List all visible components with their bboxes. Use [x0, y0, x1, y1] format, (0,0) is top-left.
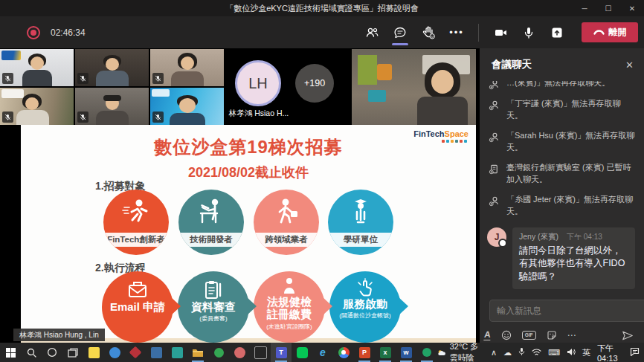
share-icon	[550, 25, 564, 40]
video-tile-participant-5[interactable]	[75, 88, 149, 125]
toolbar-buttons: •••	[358, 19, 644, 47]
headphones	[103, 95, 121, 101]
chat-close-icon[interactable]: ✕	[625, 59, 634, 71]
camera-icon	[493, 25, 509, 40]
system-message-text: 臺灣銀行創新實驗室 (來賓) 已暫時加入聊天。	[506, 162, 635, 186]
taskbar-app-pink[interactable]	[229, 343, 250, 362]
chat-user-message: J Jeny (來賓) 下午 04:13 請問今日除了台網以外，有其他夥伴也有導…	[480, 222, 644, 294]
format-icon[interactable]: A	[484, 330, 491, 340]
chat-button[interactable]	[386, 19, 414, 47]
developer-desk-icon	[195, 197, 228, 230]
step-note: (未進駐實證團隊)	[266, 323, 312, 331]
send-icon[interactable]	[622, 330, 634, 341]
step-circle-review: 資料審查 (委員書審)	[178, 271, 249, 343]
reactions-button[interactable]	[414, 19, 442, 47]
system-message: 「丁宇謙 (來賓)」無法再存取聊天。	[480, 94, 644, 126]
camera-button[interactable]	[486, 19, 515, 47]
target-circle-fintech-innovator: FinTech創新者	[103, 190, 169, 255]
taskbar-app-green2[interactable]	[416, 343, 437, 362]
more-attachments-icon[interactable]: ⋯	[567, 330, 577, 340]
target-label: 學研單位	[328, 233, 393, 247]
chat-message-list[interactable]: …(來賓)」無法再存取聊天。 「丁宇謙 (來賓)」無法再存取聊天。 「Sarah…	[480, 81, 644, 295]
close-button[interactable]: ✕	[620, 0, 644, 16]
taskbar-app-sticky-notes[interactable]	[83, 343, 104, 362]
maximize-button[interactable]: ☐	[596, 0, 620, 16]
step-note: (開通數位沙盒帳號)	[339, 311, 390, 320]
taskbar-app-internet-explorer[interactable]: e	[312, 343, 333, 362]
clipboard-icon	[203, 279, 224, 300]
taskbar-app-chrome[interactable]	[333, 343, 354, 362]
presence-dot	[498, 239, 507, 248]
target-circle-cross-domain: 跨領域業者	[254, 190, 319, 255]
taskbar-app-calculator[interactable]	[146, 343, 167, 362]
microphone-button[interactable]	[515, 19, 543, 47]
video-tile-participant-2[interactable]	[75, 49, 149, 86]
person-add-icon	[489, 100, 500, 111]
weather-cloud-icon	[437, 348, 446, 358]
muted-mic-icon	[2, 73, 13, 84]
search-button[interactable]	[21, 343, 42, 362]
taskbar-app-file-explorer[interactable]	[187, 343, 208, 362]
step-circle-launch: 服務啟動 (開通數位沙盒帳號)	[329, 271, 401, 343]
taskbar-app-line[interactable]	[292, 343, 312, 362]
language-indicator[interactable]: 英	[582, 347, 590, 358]
taskbar-app-word[interactable]: w	[396, 343, 416, 362]
avatar-participant-name: 林孝鴻 Hsiao H...	[220, 109, 297, 119]
tray-chevron-icon[interactable]: ∧	[491, 348, 497, 358]
chat-message-input[interactable]	[489, 300, 644, 322]
wall-green	[358, 55, 377, 85]
share-screen-button[interactable]	[543, 19, 571, 47]
muted-mic-icon	[77, 73, 88, 84]
step-arrow	[170, 297, 181, 316]
microphone-icon	[521, 25, 536, 40]
onedrive-cloud-icon[interactable]: ☁	[503, 348, 512, 358]
cortana-button[interactable]	[42, 343, 62, 362]
weather-text: 32°C 多雲時陰	[450, 341, 484, 362]
tile1-logo	[1, 51, 21, 60]
tray-keyboard-icon[interactable]: ⌨	[548, 348, 560, 358]
tray-microphone-icon[interactable]	[518, 347, 525, 358]
leave-button[interactable]: 離開	[582, 22, 638, 42]
overflow-participants-badge[interactable]: +190	[295, 64, 334, 103]
muted-mic-icon	[152, 111, 164, 123]
video-tile-participant-6[interactable]	[150, 88, 224, 125]
video-tile-participant-1[interactable]	[0, 49, 74, 86]
message-bubble: Jeny (來賓) 下午 04:13 請問今日除了台網以外，有其他夥伴也有導入F…	[512, 227, 635, 290]
person-icon	[282, 277, 297, 295]
participants-button[interactable]	[358, 19, 386, 47]
taskbar-app-teal[interactable]	[167, 343, 187, 362]
chat-panel-title: 會議聊天	[492, 58, 532, 71]
step-arrow	[246, 297, 257, 316]
taskbar-app-gray[interactable]	[250, 343, 271, 362]
avatar[interactable]: LH	[235, 60, 281, 106]
weather-widget[interactable]: 32°C 多雲時陰	[437, 341, 484, 362]
start-button[interactable]	[0, 343, 21, 362]
step-circle-email: Email 申請	[102, 271, 173, 343]
taskbar-app-blue[interactable]	[104, 343, 125, 362]
taskbar-app-green[interactable]	[208, 343, 229, 362]
sticker-icon[interactable]	[547, 330, 557, 340]
task-view-button[interactable]	[62, 343, 83, 362]
business-walker-icon	[271, 197, 301, 230]
taskbar-app-red[interactable]	[125, 343, 146, 362]
system-message: 「Jimmy｜全曼」無法再存取聊天。	[480, 294, 644, 295]
person-add-icon	[489, 81, 500, 90]
action-center-icon[interactable]	[630, 347, 640, 358]
tray-network-icon[interactable]	[532, 348, 541, 358]
video-tile-participant-3[interactable]	[150, 49, 224, 86]
more-options-button[interactable]: •••	[442, 19, 471, 47]
taskbar-app-excel[interactable]: x	[375, 343, 396, 362]
taskbar-app-powerpoint[interactable]: P	[354, 343, 375, 362]
meeting-stage: LH 林孝鴻 Hsiao H... +190 FinTechSpace 數位沙盒…	[0, 48, 480, 343]
emoji-icon[interactable]	[501, 330, 512, 340]
taskbar-clock[interactable]: 下午 04:13	[597, 343, 623, 362]
muted-mic-icon	[2, 111, 13, 123]
person-add-icon	[489, 132, 500, 143]
minimize-button[interactable]: ─	[573, 0, 596, 16]
tray-speaker-icon[interactable]	[567, 348, 576, 358]
video-tile-participant-4[interactable]	[0, 88, 74, 125]
taskbar-app-teams[interactable]: T	[271, 343, 292, 362]
system-message-text: 「糸國 Jeter (來賓)」無法再存取聊天。	[506, 194, 635, 218]
video-tile-speaker[interactable]	[352, 49, 476, 125]
gif-icon[interactable]: GIF	[522, 331, 536, 340]
